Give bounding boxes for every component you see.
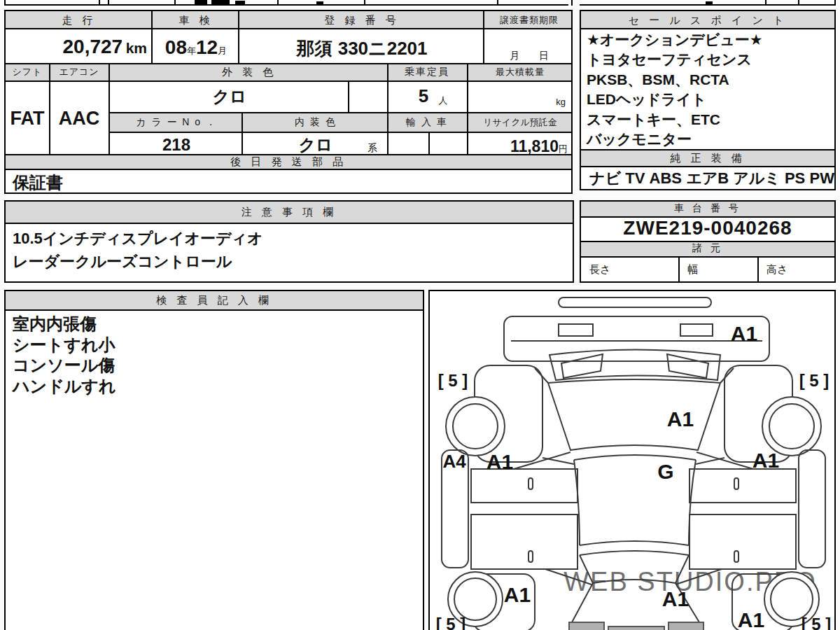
capacity-value: 5 bbox=[419, 85, 428, 107]
interior-color-value: クロ bbox=[298, 134, 332, 156]
wheel-front-right-inner bbox=[769, 404, 814, 449]
grid-line bbox=[6, 28, 571, 29]
genuine-equipment-list: ナビ TV ABS エアB アルミ PS PW bbox=[585, 166, 839, 190]
equipment-item: ABS bbox=[650, 169, 682, 188]
roof-spoiler-shape bbox=[559, 298, 711, 307]
grid-line bbox=[6, 169, 571, 170]
equipment-item: エアB bbox=[686, 168, 729, 189]
registration-value: 那須 330ニ2201 bbox=[296, 36, 427, 61]
grid-line bbox=[757, 256, 759, 281]
spec-length-label: 長さ bbox=[589, 263, 610, 276]
later-parts-value: 保証書 bbox=[13, 172, 63, 194]
rocker-right-shape bbox=[799, 450, 825, 568]
grid-line bbox=[238, 11, 239, 64]
aircon-label: エアコン bbox=[59, 66, 99, 78]
cutoff-text-fragment bbox=[235, 1, 245, 4]
damage-label-hood: A1 bbox=[667, 407, 694, 430]
spec-height-label: 高さ bbox=[766, 263, 788, 276]
grid-line bbox=[108, 0, 109, 6]
chassis-block: 車 台 番 号 ZWE219-0040268 諸 元 長さ 幅 高さ bbox=[580, 200, 836, 283]
recycle-deposit-label: リサイクル預託金 bbox=[483, 116, 557, 129]
cutoff-text-fragment bbox=[195, 0, 207, 4]
pillar-line bbox=[535, 368, 548, 383]
equipment-item: PW bbox=[809, 169, 834, 188]
equipment-item: ナビ bbox=[589, 168, 621, 189]
exterior-color-value: クロ bbox=[212, 85, 246, 108]
door-front-right-shape bbox=[690, 469, 796, 503]
shaken-label: 車 検 bbox=[178, 14, 213, 27]
damage-label-rear-deck: A1 bbox=[662, 587, 689, 610]
registration-label: 登 録 番 号 bbox=[324, 14, 400, 27]
door-handle bbox=[734, 551, 738, 562]
grid-line bbox=[6, 223, 573, 224]
grid-line bbox=[483, 11, 484, 64]
tire-label-rear-left: [ 5 ] bbox=[436, 615, 466, 630]
recycle-deposit-value: 11,810円 bbox=[510, 137, 568, 156]
inspector-notes-block: 検 査 員 記 入 欄 室内内張傷 シートすれ小 コンソール傷 ハンドルすれ bbox=[4, 290, 424, 630]
exterior-color-label: 外 装 色 bbox=[222, 66, 276, 79]
damage-label-left-rear: A1 bbox=[504, 583, 531, 606]
roof-arc bbox=[574, 455, 696, 460]
inspector-notes-list: 室内内張傷 シートすれ小 コンソール傷 ハンドルすれ bbox=[13, 314, 115, 396]
sales-point: トヨタセーフティセンス bbox=[587, 50, 763, 69]
mileage-label: 走 行 bbox=[62, 14, 96, 27]
pillar-line bbox=[720, 368, 734, 383]
damage-label-left-rocker: A4 bbox=[442, 451, 466, 472]
max-load-unit: kg bbox=[556, 97, 566, 107]
transfer-docs-value: 月 日 bbox=[510, 50, 549, 62]
chassis-no-label: 車 台 番 号 bbox=[674, 202, 741, 215]
sales-points-block: セ ー ル ス ポ イ ン ト ★オークションデビュー★ トヨタセーフティセンス… bbox=[580, 10, 836, 190]
door-handle bbox=[528, 551, 533, 562]
import-car-label: 輸 入 車 bbox=[406, 116, 448, 129]
wheel-rear-left-inner bbox=[454, 578, 496, 620]
transfer-docs-label: 譲渡書類期限 bbox=[500, 14, 559, 27]
rear-window-arc bbox=[580, 541, 689, 545]
tail-light-shape bbox=[668, 622, 704, 630]
cutoff-border bbox=[4, 4, 568, 6]
tail-light-shape bbox=[569, 622, 604, 630]
specs-label: 諸 元 bbox=[692, 242, 723, 255]
inspector-note: シートすれ小 bbox=[13, 335, 115, 356]
sales-point: PKSB、BSM、RCTA bbox=[587, 70, 763, 90]
grid-line bbox=[110, 112, 571, 113]
mileage-value: 20,727 km bbox=[63, 36, 147, 58]
grid-line bbox=[6, 63, 571, 64]
tire-label-rear-right: [ 5 ] bbox=[802, 615, 832, 630]
grid-line bbox=[241, 112, 243, 155]
inspector-notes-label: 検 査 員 記 入 欄 bbox=[156, 294, 272, 307]
wheel-front-left-inner bbox=[453, 404, 498, 449]
note-line: 10.5インチディスプレイオーディオ bbox=[13, 227, 263, 250]
door-rear-left-shape bbox=[471, 514, 578, 569]
later-parts-label: 後 日 発 送 部 品 bbox=[230, 155, 346, 169]
grid-line bbox=[364, 0, 365, 6]
notes-list: 10.5インチディスプレイオーディオ レーダークルーズコントロール bbox=[13, 227, 263, 273]
grid-line bbox=[6, 80, 571, 82]
sales-points-list: ★オークションデビュー★ トヨタセーフティセンス PKSB、BSM、RCTA L… bbox=[587, 30, 763, 149]
interior-color-label: 内 装 色 bbox=[295, 116, 337, 129]
rear-bumper-bar bbox=[608, 626, 664, 630]
car-diagram-svg: WEB STUDIO.PRO bbox=[430, 291, 834, 630]
front-bumper-insert bbox=[559, 324, 593, 336]
front-bumper-insert bbox=[680, 324, 713, 336]
wheel-rear-right-inner bbox=[771, 578, 813, 620]
notes-block: 注 意 事 項 欄 10.5インチディスプレイオーディオ レーダークルーズコント… bbox=[4, 200, 574, 283]
color-no-label: カ ラ ー N o ． bbox=[136, 116, 217, 129]
shift-label: シフト bbox=[13, 66, 43, 78]
capacity-unit: 人 bbox=[439, 94, 448, 107]
grid-line bbox=[834, 0, 836, 6]
inspector-note: ハンドルすれ bbox=[13, 376, 115, 397]
tire-label-front-right: [ 5 ] bbox=[799, 371, 830, 390]
grid-line bbox=[571, 0, 573, 6]
cutoff-text-fragment bbox=[316, 1, 323, 4]
grid-line bbox=[49, 63, 50, 155]
grid-line bbox=[581, 256, 834, 258]
grid-line bbox=[6, 309, 423, 311]
grid-line bbox=[348, 80, 349, 113]
damage-label-roof: G bbox=[657, 460, 673, 483]
tire-label-front-left: [ 5 ] bbox=[438, 371, 468, 390]
wiper-shape bbox=[561, 354, 603, 378]
grid-line bbox=[467, 63, 468, 155]
sales-points-label: セ ー ル ス ポ イ ン ト bbox=[629, 14, 788, 27]
equipment-item: PS bbox=[785, 169, 805, 188]
grid-line bbox=[110, 132, 571, 133]
